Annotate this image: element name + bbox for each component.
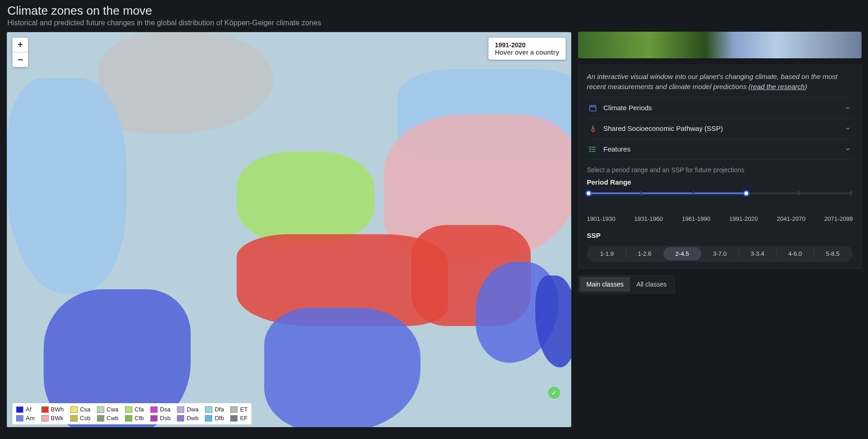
legend-code: Cwa	[107, 406, 119, 413]
calendar-icon	[589, 104, 597, 112]
legend-code: BWh	[51, 406, 64, 413]
legend-item[interactable]: Csa	[70, 406, 91, 413]
legend-item[interactable]: Cfa	[125, 406, 144, 413]
legend-code: Cwb	[107, 415, 119, 422]
legend-item[interactable]: Dsa	[150, 406, 170, 413]
legend-item[interactable]: BWh	[41, 406, 64, 413]
legend-swatch	[41, 406, 49, 413]
intro-text: An interactive visual window into our pl…	[587, 72, 853, 92]
accordion-label: Climate Periods	[603, 104, 652, 112]
status-indicator: ✓	[548, 387, 560, 399]
legend-code: Csa	[80, 406, 91, 413]
info-hover-hint: Hover over a country	[495, 49, 559, 56]
list-icon	[589, 145, 597, 153]
legend-code: Dsa	[160, 406, 170, 413]
header: Climate zones on the move Historical and…	[0, 0, 868, 29]
slider-tick	[798, 191, 799, 196]
legend-swatch	[125, 415, 132, 422]
zoom-out-button[interactable]: −	[12, 52, 28, 67]
legend-swatch	[177, 415, 184, 422]
chevron-down-icon	[845, 105, 851, 111]
period-range-label: Period Range	[587, 178, 853, 186]
accordion-label: Shared Socioeconomic Pathway (SSP)	[603, 124, 723, 132]
ssp-option[interactable]: 1-2.6	[626, 247, 664, 260]
legend-code: Cfa	[135, 406, 144, 413]
slider-tick	[693, 191, 694, 196]
map-info-box: 1991-2020 Hover over a country	[488, 38, 566, 60]
check-icon: ✓	[551, 389, 557, 396]
ssp-option[interactable]: 2-4.5	[664, 247, 701, 260]
legend-item[interactable]: Dwb	[177, 415, 199, 422]
legend-item[interactable]: ET	[230, 406, 248, 413]
tab-main-classes[interactable]: Main classes	[580, 277, 630, 292]
ssp-option[interactable]: 1-1.9	[588, 247, 626, 260]
zoom-controls: + −	[12, 38, 28, 67]
legend-item[interactable]: Dfa	[205, 406, 224, 413]
slider-tick-label: 1961-1990	[682, 215, 710, 222]
ssp-label: SSP	[587, 231, 853, 239]
controls-panel: An interactive visual window into our pl…	[578, 65, 862, 269]
legend-code: Am	[26, 415, 35, 422]
legend-item[interactable]: Af	[16, 406, 35, 413]
ssp-option[interactable]: 3-3.4	[738, 247, 776, 260]
legend-item[interactable]: BWk	[41, 415, 64, 422]
thermometer-icon	[589, 124, 597, 133]
legend-item[interactable]: Am	[16, 415, 35, 422]
map[interactable]: + − 1991-2020 Hover over a country ✓ AfB…	[6, 32, 572, 428]
legend-item[interactable]: Cwa	[97, 406, 119, 413]
legend-item[interactable]: EF	[230, 415, 248, 422]
intro-part-b: )	[805, 83, 807, 90]
ssp-option[interactable]: 5-8.5	[814, 247, 851, 260]
legend-swatch	[150, 406, 158, 413]
slider-tick-label: 1991-2020	[729, 215, 758, 222]
slider-tick-label: 1901-1930	[587, 215, 615, 222]
legend-swatch	[41, 415, 49, 422]
legend-swatch	[70, 415, 78, 422]
legend-swatch	[177, 406, 184, 413]
read-research-link[interactable]: read the research	[751, 83, 805, 90]
legend-item[interactable]: Cfb	[125, 415, 144, 422]
legend-swatch	[150, 415, 158, 422]
accordion: Climate Periods Shared Socioeconomic Pat…	[587, 97, 853, 160]
legend-code: Dwa	[187, 406, 199, 413]
slider-tick	[851, 191, 852, 196]
period-range-slider[interactable]	[587, 192, 853, 211]
zoom-in-button[interactable]: +	[12, 38, 28, 52]
legend-swatch	[16, 406, 23, 413]
legend-code: Af	[26, 406, 31, 413]
legend-item[interactable]: Csb	[70, 415, 91, 422]
side-panel: An interactive visual window into our pl…	[578, 32, 862, 428]
ssp-segmented-control: 1-1.91-2.62-4.53-7.03-3.44-6.05-8.5	[587, 246, 853, 262]
legend-swatch	[230, 415, 238, 422]
legend-code: Cfb	[135, 415, 144, 422]
slider-fill	[589, 192, 746, 194]
hero-image-strip	[578, 32, 862, 58]
legend-swatch	[230, 406, 238, 413]
legend-item[interactable]: Dsb	[150, 415, 170, 422]
legend-item[interactable]: Dfb	[205, 415, 224, 422]
slider-handle-end[interactable]	[743, 190, 749, 197]
ssp-option[interactable]: 4-6.0	[776, 247, 814, 260]
slider-tick-label: 1931-1960	[634, 215, 663, 222]
legend-swatch	[97, 406, 104, 413]
legend-item[interactable]: Cwb	[97, 415, 119, 422]
legend-code: EF	[240, 415, 248, 422]
legend-code: Csb	[80, 415, 91, 422]
svg-point-3	[590, 151, 590, 152]
slider-handle-start[interactable]	[585, 190, 592, 197]
chevron-down-icon	[845, 125, 851, 132]
accordion-features[interactable]: Features	[587, 139, 853, 160]
map-region-europe	[237, 152, 374, 243]
legend-item[interactable]: Dwa	[177, 406, 199, 413]
class-tabs-wrap: Main classes All classes	[578, 275, 862, 293]
ssp-option[interactable]: 3-7.0	[701, 247, 739, 260]
slider-tick-labels: 1901-19301931-19601961-19901991-20202041…	[587, 215, 853, 222]
legend-code: ET	[240, 406, 248, 413]
accordion-label: Features	[603, 145, 630, 153]
page-title: Climate zones on the move	[7, 4, 861, 18]
tab-all-classes[interactable]: All classes	[630, 277, 673, 292]
svg-point-2	[590, 149, 590, 150]
accordion-ssp[interactable]: Shared Socioeconomic Pathway (SSP)	[587, 118, 853, 139]
accordion-climate-periods[interactable]: Climate Periods	[587, 98, 853, 118]
helper-text: Select a period range and an SSP for fut…	[587, 166, 853, 174]
